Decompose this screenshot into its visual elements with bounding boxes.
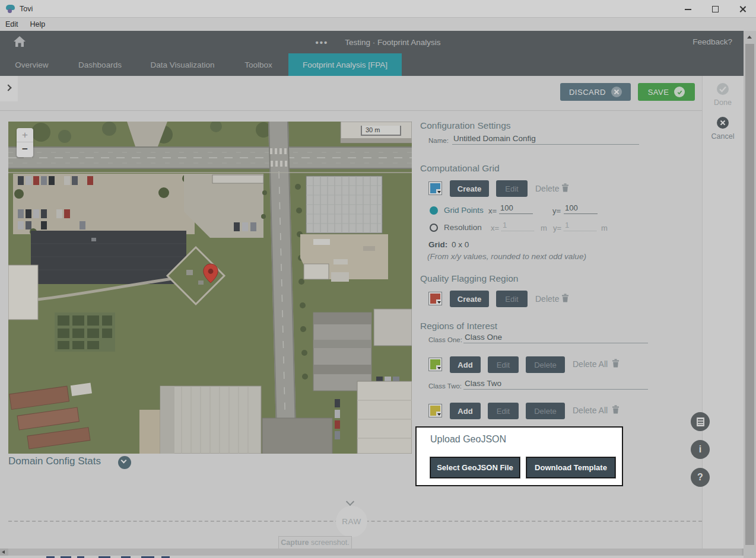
tabbar: Overview Dashboards Data Visualization T… <box>0 53 756 76</box>
menubar: Edit Help <box>0 18 756 31</box>
class-two-delete-all-link[interactable]: Delete All <box>573 406 608 415</box>
maximize-icon <box>712 6 719 12</box>
class-one-input[interactable] <box>463 333 648 343</box>
map-scale-bar: 30 m <box>361 126 401 136</box>
class-one-color-swatch[interactable] <box>428 358 442 371</box>
swatch-dropdown-icon <box>436 412 441 417</box>
horizontal-scrollbar[interactable] <box>0 549 744 556</box>
grid-summary-value: 0 x 0 <box>452 240 469 249</box>
app-window: Tovi Edit Help ••• Testing · Footprint A… <box>0 0 756 558</box>
res-x-input[interactable] <box>501 221 534 231</box>
class-two-color-swatch[interactable] <box>428 404 442 417</box>
name-input[interactable] <box>452 134 639 145</box>
map-zoom-control: + − <box>17 128 33 157</box>
note-icon <box>697 417 704 426</box>
class-one-edit-button[interactable]: Edit <box>488 356 519 373</box>
scroll-left-arrow-icon[interactable] <box>2 550 5 554</box>
vertical-scrollbar-thumb[interactable] <box>745 44 754 545</box>
scroll-up-arrow-icon[interactable] <box>747 36 752 39</box>
swatch-dropdown-icon <box>436 365 441 371</box>
class-two-delete-button[interactable]: Delete <box>526 403 565 419</box>
quality-edit-button[interactable]: Edit <box>496 291 528 307</box>
quality-create-button[interactable]: Create <box>450 291 489 307</box>
class-one-delete-button[interactable]: Delete <box>526 356 565 373</box>
quality-delete-link[interactable]: Delete <box>535 294 559 304</box>
resolution-label: Resolution <box>444 223 482 232</box>
menu-help[interactable]: Help <box>24 18 52 31</box>
class-one-delete-all-link[interactable]: Delete All <box>573 359 608 369</box>
res-x-unit: m <box>541 224 547 232</box>
grid-points-radio[interactable] <box>430 206 438 215</box>
discard-button[interactable]: DISCARD <box>560 83 631 101</box>
raw-node[interactable]: RAW <box>336 506 367 537</box>
stats-expand-button[interactable] <box>118 456 131 469</box>
class-two-edit-button[interactable]: Edit <box>488 403 519 419</box>
grid-summary-label: Grid: <box>428 240 447 249</box>
config-settings-title: Configuration Settings <box>420 120 511 131</box>
grid-points-label: Grid Points <box>444 206 484 215</box>
done-button[interactable]: Done <box>702 82 744 107</box>
regions-of-interest-title: Regions of Interest <box>420 321 497 331</box>
chevron-down-icon <box>121 458 127 464</box>
capture-screenshot-button[interactable]: Capture screenshot. <box>278 536 352 550</box>
grid-edit-button[interactable]: Edit <box>496 180 528 197</box>
grid-create-button[interactable]: Create <box>450 180 489 197</box>
tab-data-visualization[interactable]: Data Visualization <box>136 53 228 76</box>
vertical-scrollbar[interactable] <box>744 31 756 558</box>
upload-geojson-title: Upload GeoJSON <box>430 434 506 445</box>
quality-color-swatch[interactable] <box>428 292 442 305</box>
res-y-input[interactable] <box>564 221 596 231</box>
computational-grid-title: Computational Grid <box>420 163 500 174</box>
app-header: ••• Testing · Footprint Analysis Feedbac… <box>0 31 756 53</box>
swatch-dropdown-icon <box>436 189 441 194</box>
class-two-add-button[interactable]: Add <box>450 403 481 419</box>
class-one-add-button[interactable]: Add <box>450 356 481 373</box>
trash-icon[interactable] <box>612 405 620 414</box>
aerial-map[interactable]: + − 30 m <box>8 122 412 454</box>
close-icon <box>739 5 747 13</box>
help-button[interactable]: ? <box>691 468 710 487</box>
cancel-label: Cancel <box>702 132 744 141</box>
tab-dashboards[interactable]: Dashboards <box>63 53 136 76</box>
grid-color-swatch[interactable] <box>428 181 442 195</box>
minimize-icon <box>685 9 691 10</box>
save-button[interactable]: SAVE <box>638 83 695 101</box>
gp-y-input[interactable] <box>564 203 598 214</box>
trash-icon[interactable] <box>561 294 569 302</box>
gp-x-input[interactable] <box>499 203 533 214</box>
horizontal-scrollbar-thumb[interactable] <box>8 549 742 556</box>
tab-overview[interactable]: Overview <box>0 53 63 76</box>
grid-delete-link[interactable]: Delete <box>535 184 559 193</box>
panel-expander-button[interactable] <box>0 76 18 101</box>
check-circle-icon <box>674 87 685 97</box>
tab-toolbox[interactable]: Toolbox <box>228 53 288 76</box>
select-geojson-file-button[interactable]: Select GeoJSON File <box>430 457 520 478</box>
download-template-button[interactable]: Download Template <box>526 457 615 478</box>
minimize-button[interactable] <box>674 0 701 18</box>
zoom-in-button[interactable]: + <box>17 128 33 142</box>
capture-label-rest: screenshot. <box>309 538 350 547</box>
more-options-icon[interactable]: ••• <box>315 37 328 47</box>
feedback-link[interactable]: Feedback? <box>693 37 732 46</box>
resolution-radio[interactable] <box>430 224 438 232</box>
chevron-right-icon <box>5 84 11 91</box>
menu-edit[interactable]: Edit <box>0 18 24 31</box>
upload-geojson-modal: Upload GeoJSON Select GeoJSON File Downl… <box>415 426 623 486</box>
close-button[interactable] <box>729 0 756 18</box>
aerial-map-image <box>8 122 412 454</box>
name-label: Name: <box>428 137 449 144</box>
tovi-logo-icon <box>6 4 16 14</box>
trash-icon[interactable] <box>612 359 620 368</box>
notes-button[interactable] <box>691 412 710 431</box>
res-y-label: y= <box>553 224 561 232</box>
quality-flagging-title: Quality Flagging Region <box>420 273 518 284</box>
info-button[interactable]: i <box>691 440 710 459</box>
gp-y-label: y= <box>552 206 561 215</box>
class-two-input[interactable] <box>463 379 648 390</box>
trash-icon[interactable] <box>561 183 569 192</box>
cancel-button[interactable]: Cancel <box>702 116 744 141</box>
zoom-out-button[interactable]: − <box>17 142 33 157</box>
tab-footprint-analysis[interactable]: Footprint Analysis [FPA] <box>288 53 402 76</box>
capture-label-bold: Capture <box>281 538 309 547</box>
maximize-button[interactable] <box>701 0 729 18</box>
